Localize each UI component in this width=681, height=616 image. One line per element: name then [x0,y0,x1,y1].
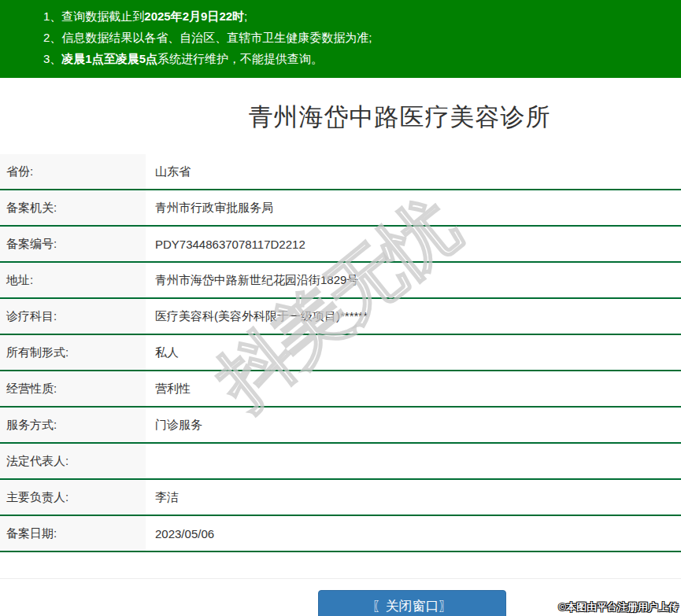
row-value: 门诊服务 [146,408,681,442]
row-label: 主要负责人: [0,480,146,515]
table-row-medical-subjects: 诊疗科目: 医疗美容科(美容外科限于一级项目)****** [0,299,681,335]
row-value [146,444,681,478]
row-label: 诊疗科目: [0,299,146,334]
notice-number: 1、 [43,9,61,23]
row-label: 备案机关: [0,190,146,225]
notice-number: 2、 [43,31,61,44]
row-label: 所有制形式: [0,335,146,370]
title-container: 青州海岱中路医疗美容诊所 [0,78,681,154]
row-value: 私人 [146,335,681,370]
row-value: 医疗美容科(美容外科限于一级项目)****** [146,299,681,334]
table-row-ownership: 所有制形式: 私人 [0,335,681,371]
table-row-principal: 主要负责人: 李洁 [0,480,681,516]
footer-divider [0,578,681,579]
row-label: 法定代表人: [0,444,146,478]
table-row-service-mode: 服务方式: 门诊服务 [0,408,681,444]
page-title: 青州海岱中路医疗美容诊所 [118,101,681,134]
table-row-record-authority: 备案机关: 青州市行政审批服务局 [0,190,681,227]
table-row-province: 省份: 山东省 [0,154,681,190]
row-label: 经营性质: [0,371,146,406]
notice-item: 2、信息数据结果以各省、自治区、直辖市卫生健康委数据为准; [43,27,673,48]
row-value: 营利性 [146,371,681,406]
row-value: PDY73448637078117D2212 [146,227,681,261]
notice-banner: 1、查询数据截止到2025年2月9日22时; 2、信息数据结果以各省、自治区、直… [0,0,681,78]
row-label: 省份: [0,154,146,189]
row-label: 地址: [0,263,146,297]
notice-item: 1、查询数据截止到2025年2月9日22时; [43,6,673,27]
row-label: 服务方式: [0,408,146,442]
detail-table: 省份: 山东省 备案机关: 青州市行政审批服务局 备案编号: PDY734486… [0,154,681,552]
table-row-legal-representative: 法定代表人: [0,444,681,480]
row-value: 山东省 [146,154,681,189]
row-label: 备案日期: [0,516,146,551]
table-row-record-number: 备案编号: PDY73448637078117D2212 [0,227,681,263]
close-window-button[interactable]: 〖关闭窗口〗 [318,590,506,616]
notice-item: 3、凌晨1点至凌晨5点系统进行维护，不能提供查询。 [43,48,673,69]
row-value: 青州市行政审批服务局 [146,190,681,225]
copyright-watermark: ©本图由平台注册用户上传 [558,600,679,614]
row-value: 2023/05/06 [146,516,681,551]
table-row-record-date: 备案日期: 2023/05/06 [0,516,681,552]
table-row-address: 地址: 青州市海岱中路新世纪花园沿街1829号 [0,263,681,299]
notice-number: 3、 [43,52,61,65]
row-value: 青州市海岱中路新世纪花园沿街1829号 [146,263,681,297]
table-row-business-nature: 经营性质: 营利性 [0,371,681,408]
row-label: 备案编号: [0,227,146,261]
row-value: 李洁 [146,480,681,515]
